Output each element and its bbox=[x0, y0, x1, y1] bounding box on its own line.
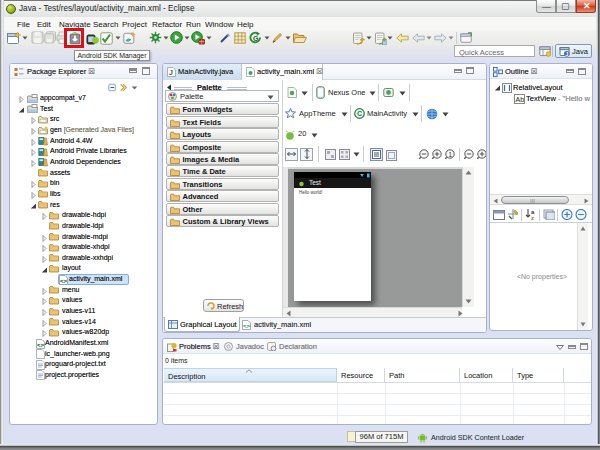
svg-text:G: G bbox=[253, 35, 259, 42]
svg-text:<>: <> bbox=[37, 342, 45, 348]
svg-text:J: J bbox=[169, 69, 173, 76]
svg-text:C: C bbox=[357, 110, 362, 117]
svg-text:Ab: Ab bbox=[516, 96, 525, 103]
svg-text:J: J bbox=[565, 51, 568, 57]
svg-text:z: z bbox=[531, 215, 534, 221]
svg-text:<>: <> bbox=[243, 323, 251, 329]
svg-text:<>: <> bbox=[60, 278, 68, 284]
svg-text:1: 1 bbox=[448, 151, 452, 158]
